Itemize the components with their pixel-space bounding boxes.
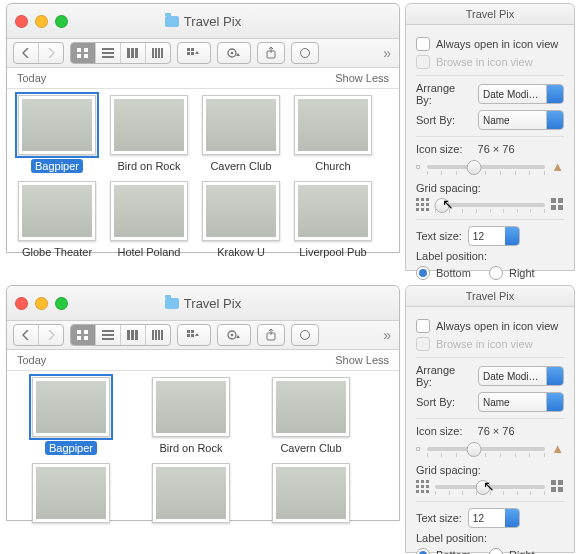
coverflow-view-button[interactable] — [146, 325, 170, 345]
icon-view-button[interactable] — [71, 325, 96, 345]
share-button[interactable] — [257, 324, 285, 346]
file-label[interactable] — [307, 527, 315, 529]
always-open-checkbox[interactable] — [416, 319, 430, 333]
back-button[interactable] — [14, 325, 39, 345]
file-thumbnail[interactable] — [18, 181, 96, 241]
close-window-button[interactable] — [15, 297, 28, 310]
file-thumbnail[interactable] — [18, 95, 96, 155]
toolbar-overflow-button[interactable]: » — [383, 45, 391, 61]
text-size-stepper[interactable]: 12▴▾ — [468, 226, 520, 246]
arrange-menu-button[interactable] — [177, 324, 211, 346]
close-window-button[interactable] — [15, 15, 28, 28]
file-label[interactable]: Church — [311, 159, 354, 173]
file-thumbnail[interactable] — [272, 463, 350, 523]
toolbar-overflow-button[interactable]: » — [383, 327, 391, 343]
tags-button[interactable] — [291, 324, 319, 346]
file-label[interactable]: Krakow U — [213, 245, 269, 259]
file-thumbnail[interactable] — [110, 181, 188, 241]
file-item[interactable]: Liverpool Pub — [287, 181, 379, 259]
file-item[interactable]: Hotel Poland — [103, 181, 195, 259]
svg-rect-0 — [77, 48, 81, 52]
file-label[interactable] — [187, 527, 195, 529]
action-menu-button[interactable] — [217, 324, 251, 346]
label-bottom-radio[interactable] — [416, 548, 430, 554]
share-button[interactable] — [257, 42, 285, 64]
minimize-window-button[interactable] — [35, 15, 48, 28]
action-menu-button[interactable] — [217, 42, 251, 64]
file-thumbnail[interactable] — [32, 463, 110, 523]
file-label[interactable]: Liverpool Pub — [295, 245, 370, 259]
label-right-radio[interactable] — [489, 548, 503, 554]
file-item[interactable] — [11, 463, 131, 529]
file-item[interactable]: Globe Theater — [11, 181, 103, 259]
file-thumbnail[interactable] — [294, 181, 372, 241]
column-view-button[interactable] — [121, 325, 146, 345]
svg-rect-36 — [187, 330, 190, 333]
file-thumbnail[interactable] — [32, 377, 110, 437]
sort-by-popup[interactable]: Name▴▾ — [478, 110, 564, 130]
file-item[interactable]: Bird on Rock — [131, 377, 251, 455]
label-bottom-radio[interactable] — [416, 266, 430, 280]
file-item[interactable] — [251, 463, 371, 529]
file-label[interactable]: Bagpiper — [45, 441, 97, 455]
back-button[interactable] — [14, 43, 39, 63]
sort-by-popup[interactable]: Name▴▾ — [478, 392, 564, 412]
file-label[interactable]: Cavern Club — [206, 159, 275, 173]
file-item[interactable]: Cavern Club — [195, 95, 287, 173]
file-thumbnail[interactable] — [152, 377, 230, 437]
file-thumbnail[interactable] — [202, 181, 280, 241]
label-right-radio[interactable] — [489, 266, 503, 280]
file-item[interactable]: Bagpiper — [11, 95, 103, 173]
view-mode-segmented — [70, 42, 171, 64]
list-view-button[interactable] — [96, 43, 121, 63]
file-thumbnail[interactable] — [152, 463, 230, 523]
file-item[interactable]: Church — [287, 95, 379, 173]
icon-view-button[interactable] — [71, 43, 96, 63]
grid-loose-icon — [551, 198, 564, 211]
file-label[interactable]: Bagpiper — [31, 159, 83, 173]
show-less-link[interactable]: Show Less — [335, 354, 389, 366]
icon-size-slider[interactable] — [427, 447, 546, 451]
file-label[interactable] — [67, 527, 75, 529]
forward-button[interactable] — [39, 43, 63, 63]
list-view-button[interactable] — [96, 325, 121, 345]
file-label[interactable]: Cavern Club — [276, 441, 345, 455]
file-label[interactable]: Globe Theater — [18, 245, 96, 259]
arrange-by-label: Arrange By: — [416, 364, 472, 388]
file-item[interactable]: Cavern Club — [251, 377, 371, 455]
zoom-window-button[interactable] — [55, 15, 68, 28]
tags-button[interactable] — [291, 42, 319, 64]
grid-spacing-slider[interactable]: ↖ — [435, 203, 545, 207]
file-label[interactable]: Bird on Rock — [156, 441, 227, 455]
svg-rect-8 — [131, 48, 134, 58]
show-less-link[interactable]: Show Less — [335, 72, 389, 84]
grid-spacing-slider[interactable]: ↖ — [435, 485, 545, 489]
zoom-window-button[interactable] — [55, 297, 68, 310]
arrange-menu-button[interactable] — [177, 42, 211, 64]
icon-size-slider[interactable] — [427, 165, 546, 169]
file-label[interactable]: Hotel Poland — [114, 245, 185, 259]
arrange-by-popup[interactable]: Date Modi…▴▾ — [478, 84, 564, 104]
file-item[interactable]: Bagpiper — [11, 377, 131, 455]
arrange-by-popup[interactable]: Date Modi…▴▾ — [478, 366, 564, 386]
text-size-stepper[interactable]: 12▴▾ — [468, 508, 520, 528]
file-thumbnail[interactable] — [272, 377, 350, 437]
always-open-label: Always open in icon view — [436, 320, 558, 332]
coverflow-view-button[interactable] — [146, 43, 170, 63]
svg-point-19 — [231, 52, 234, 55]
icon-size-small-icon: ▫ — [416, 441, 421, 456]
file-item[interactable]: Bird on Rock — [103, 95, 195, 173]
forward-button[interactable] — [39, 325, 63, 345]
minimize-window-button[interactable] — [35, 297, 48, 310]
svg-rect-35 — [161, 330, 163, 340]
file-item[interactable]: Krakow U — [195, 181, 287, 259]
view-options-panel: Travel Pix Always open in icon view Brow… — [405, 3, 575, 271]
file-label[interactable]: Bird on Rock — [114, 159, 185, 173]
file-thumbnail[interactable] — [110, 95, 188, 155]
file-item[interactable] — [131, 463, 251, 529]
column-view-button[interactable] — [121, 43, 146, 63]
file-thumbnail[interactable] — [294, 95, 372, 155]
window-title: Travel Pix — [184, 296, 241, 311]
file-thumbnail[interactable] — [202, 95, 280, 155]
always-open-checkbox[interactable] — [416, 37, 430, 51]
